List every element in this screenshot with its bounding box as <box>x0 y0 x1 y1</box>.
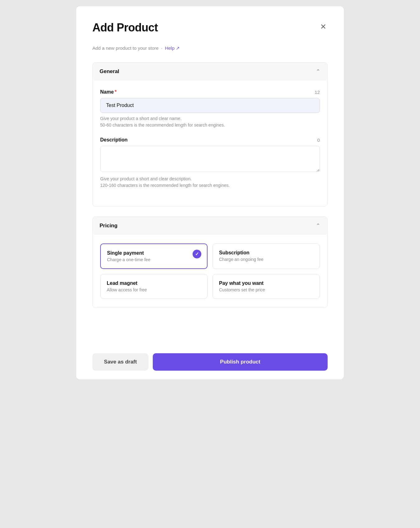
general-section-header[interactable]: General ⌃ <box>93 63 327 81</box>
single-payment-desc: Charge a one-time fee <box>107 257 201 262</box>
pricing-option-pay-what-you-want[interactable]: Pay what you want Customers set the pric… <box>212 274 320 299</box>
pay-what-you-want-desc: Customers set the price <box>219 287 313 292</box>
help-link[interactable]: Help ↗ <box>165 45 180 51</box>
description-hint: Give your product a short and clear desc… <box>100 176 320 189</box>
subtitle-text: Add a new product to your store <box>92 45 159 51</box>
description-label: Description <box>100 137 128 143</box>
lead-magnet-title: Lead magnet <box>107 280 201 286</box>
pricing-section-content: Single payment Charge a one-time fee Sub… <box>93 235 327 308</box>
pricing-chevron-up-icon: ⌃ <box>316 222 320 229</box>
save-draft-button[interactable]: Save as draft <box>92 353 148 371</box>
pricing-option-lead-magnet[interactable]: Lead magnet Allow access for free <box>100 274 208 299</box>
description-char-count: 0 <box>317 137 320 143</box>
single-payment-title: Single payment <box>107 250 201 256</box>
pricing-grid: Single payment Charge a one-time fee Sub… <box>100 243 320 299</box>
name-char-count: 12 <box>315 90 320 95</box>
publish-button[interactable]: Publish product <box>153 353 328 371</box>
close-button[interactable]: ✕ <box>319 21 328 32</box>
pricing-option-subscription[interactable]: Subscription Charge an ongoing fee <box>212 243 320 269</box>
chevron-up-icon: ⌃ <box>316 68 320 75</box>
general-section: General ⌃ Name* 12 Give your product a s… <box>92 62 328 206</box>
name-label: Name* <box>100 89 117 95</box>
name-input[interactable] <box>100 98 320 113</box>
modal-subtitle: Add a new product to your store · Help ↗ <box>92 45 328 51</box>
pay-what-you-want-title: Pay what you want <box>219 280 313 286</box>
pricing-section-title: Pricing <box>100 223 118 229</box>
description-label-row: Description 0 <box>100 137 320 143</box>
required-star: * <box>115 89 117 95</box>
pricing-section-header[interactable]: Pricing ⌃ <box>93 217 327 235</box>
subscription-desc: Charge an ongoing fee <box>219 257 313 262</box>
name-field-group: Name* 12 Give your product a short and c… <box>100 89 320 128</box>
description-input[interactable] <box>100 146 320 172</box>
general-section-title: General <box>100 68 119 75</box>
single-payment-check-icon <box>193 250 201 258</box>
modal-header: Add Product ✕ <box>92 21 328 34</box>
dot-separator: · <box>161 45 162 51</box>
general-section-content: Name* 12 Give your product a short and c… <box>93 81 327 206</box>
lead-magnet-desc: Allow access for free <box>107 287 201 292</box>
name-hint: Give your product a short and clear name… <box>100 115 320 128</box>
description-field-group: Description 0 Give your product a short … <box>100 137 320 189</box>
close-icon: ✕ <box>320 22 326 31</box>
add-product-modal: Add Product ✕ Add a new product to your … <box>76 6 344 379</box>
pricing-section: Pricing ⌃ Single payment Charge a one-ti… <box>92 216 328 308</box>
modal-title: Add Product <box>92 21 158 34</box>
subscription-title: Subscription <box>219 250 313 256</box>
modal-footer: Save as draft Publish product <box>92 347 328 379</box>
pricing-option-single-payment[interactable]: Single payment Charge a one-time fee <box>100 243 208 269</box>
name-label-row: Name* 12 <box>100 89 320 95</box>
